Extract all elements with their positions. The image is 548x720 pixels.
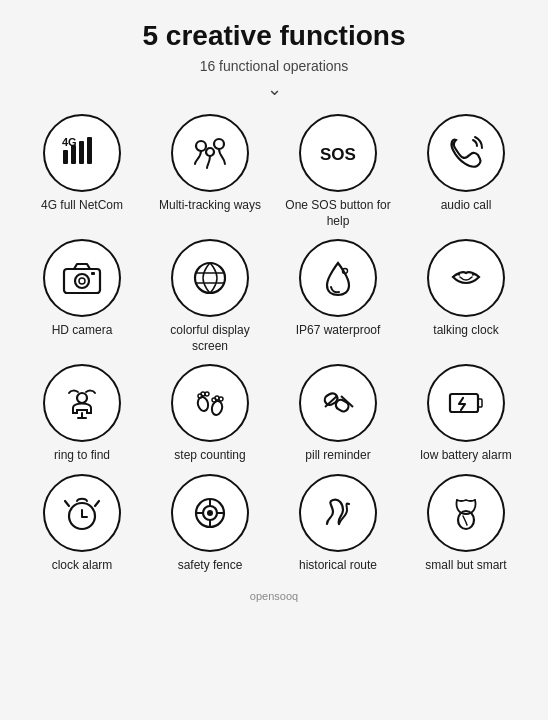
feature-label: pill reminder — [305, 448, 370, 464]
audiocall-icon — [427, 114, 505, 192]
ringtofind-icon — [43, 364, 121, 442]
svg-rect-3 — [79, 141, 84, 164]
svg-rect-1 — [63, 150, 68, 164]
safetyfence-icon — [171, 474, 249, 552]
svg-point-6 — [214, 139, 224, 149]
feature-sos: SOS One SOS button for help — [278, 114, 398, 229]
sub-title: 16 functional operations — [200, 58, 349, 74]
feature-label: historical route — [299, 558, 377, 574]
feature-label: Multi-tracking ways — [159, 198, 261, 214]
svg-point-5 — [196, 141, 206, 151]
feature-camera: HD camera — [22, 239, 142, 354]
feature-label: HD camera — [52, 323, 113, 339]
features-grid: 4G 4G full NetCom Multi-tracking ways — [22, 114, 526, 574]
feature-lowbattery: low battery alarm — [406, 364, 526, 464]
feature-label: 4G full NetCom — [41, 198, 123, 214]
waterproof-icon — [299, 239, 377, 317]
feature-label: ring to find — [54, 448, 110, 464]
svg-rect-12 — [91, 272, 95, 275]
feature-smallsmart: small but smart — [406, 474, 526, 574]
svg-point-15 — [77, 393, 87, 403]
stepcounting-icon — [171, 364, 249, 442]
svg-rect-4 — [87, 137, 92, 164]
svg-rect-2 — [71, 145, 76, 164]
svg-line-27 — [341, 396, 353, 407]
svg-point-20 — [210, 400, 223, 416]
svg-point-16 — [196, 396, 209, 412]
talkingclock-icon — [427, 239, 505, 317]
feature-label: IP67 waterproof — [296, 323, 381, 339]
feature-display: colorful display screen — [150, 239, 270, 354]
pillreminder-icon — [299, 364, 377, 442]
feature-label: small but smart — [425, 558, 506, 574]
svg-point-14 — [343, 269, 348, 274]
watermark: opensooq — [250, 590, 298, 602]
svg-point-33 — [207, 510, 213, 516]
lowbattery-icon — [427, 364, 505, 442]
feature-label: low battery alarm — [420, 448, 511, 464]
historicalroute-icon — [299, 474, 377, 552]
feature-clockalarm: clock alarm — [22, 474, 142, 574]
multitrack-icon — [171, 114, 249, 192]
feature-4g: 4G 4G full NetCom — [22, 114, 142, 229]
feature-label: step counting — [174, 448, 245, 464]
camera-icon — [43, 239, 121, 317]
feature-safetyfence: safety fence — [150, 474, 270, 574]
sos-icon: SOS — [299, 114, 377, 192]
feature-waterproof: IP67 waterproof — [278, 239, 398, 354]
feature-ringtofind: ring to find — [22, 364, 142, 464]
svg-point-11 — [79, 278, 85, 284]
feature-label: safety fence — [178, 558, 243, 574]
main-title: 5 creative functions — [143, 20, 406, 52]
chevron-icon: ⌄ — [267, 78, 282, 100]
svg-text:SOS: SOS — [320, 145, 356, 164]
svg-point-13 — [195, 263, 225, 293]
svg-point-23 — [219, 397, 223, 401]
4g-icon: 4G — [43, 114, 121, 192]
feature-audiocall: audio call — [406, 114, 526, 229]
feature-label: talking clock — [433, 323, 498, 339]
feature-stepcounting: step counting — [150, 364, 270, 464]
svg-point-10 — [75, 274, 89, 288]
svg-point-19 — [205, 392, 209, 396]
feature-label: colorful display screen — [155, 323, 265, 354]
feature-talkingclock: talking clock — [406, 239, 526, 354]
feature-label: clock alarm — [52, 558, 113, 574]
svg-point-7 — [206, 148, 214, 156]
display-icon — [171, 239, 249, 317]
feature-multitrack: Multi-tracking ways — [150, 114, 270, 229]
smallsmart-icon — [427, 474, 505, 552]
feature-label: audio call — [441, 198, 492, 214]
feature-label: One SOS button for help — [283, 198, 393, 229]
feature-historicalroute: historical route — [278, 474, 398, 574]
svg-rect-29 — [478, 399, 482, 407]
feature-pillreminder: pill reminder — [278, 364, 398, 464]
clockalarm-icon — [43, 474, 121, 552]
